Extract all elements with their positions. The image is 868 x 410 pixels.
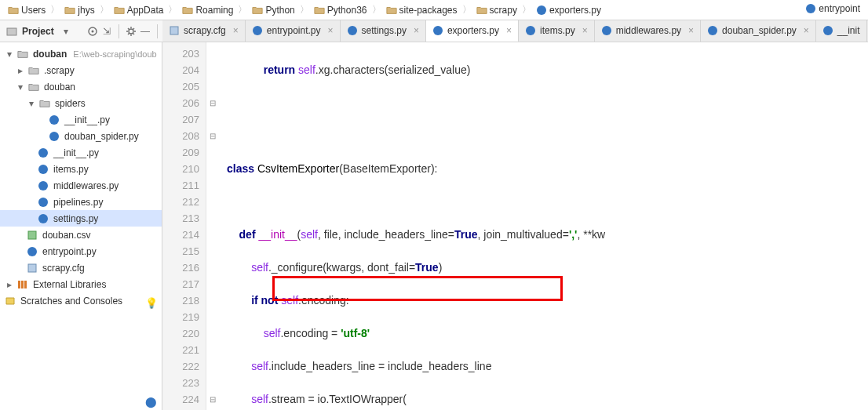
- fold-icon[interactable]: ⊟: [206, 391, 219, 408]
- tree-item-py[interactable]: pipelines.py: [0, 194, 162, 210]
- hide-icon[interactable]: —: [138, 24, 152, 38]
- project-toolbar: Project ▾ ⇲ — scrapy.cfg× entrypoint.py×…: [0, 20, 868, 42]
- svg-rect-25: [21, 281, 24, 288]
- line-number: 224⬤: [166, 391, 199, 408]
- line-number: 219: [166, 309, 199, 325]
- svg-rect-21: [28, 231, 36, 239]
- close-icon[interactable]: ×: [579, 25, 588, 36]
- tree-item-cfg[interactable]: scrapy.cfg: [0, 259, 162, 276]
- tree-root[interactable]: ▾doubanE:\web-scraping\doub: [0, 45, 162, 62]
- breadcrumb-item[interactable]: Roaming: [179, 3, 236, 17]
- separator: [119, 24, 119, 38]
- line-number: 211: [166, 177, 199, 194]
- fold-icon[interactable]: ⊟: [206, 128, 219, 144]
- svg-point-17: [38, 165, 48, 174]
- line-number: 222: [166, 358, 199, 375]
- tree-item-py[interactable]: __init__.py: [0, 111, 162, 128]
- collapse-icon[interactable]: ⇲: [100, 24, 114, 38]
- line-number: 209: [166, 144, 199, 161]
- gear-icon[interactable]: [124, 24, 138, 38]
- svg-rect-6: [170, 27, 178, 34]
- breadcrumb-item[interactable]: AppData: [111, 3, 167, 17]
- tree-item-py[interactable]: __init__.py: [0, 144, 162, 161]
- svg-point-4: [92, 30, 94, 32]
- close-icon[interactable]: ×: [801, 25, 809, 36]
- tree-item-douban-dir[interactable]: ▾douban: [0, 78, 162, 95]
- svg-point-13: [823, 26, 833, 35]
- tree-external-libraries[interactable]: ▸External Libraries: [0, 276, 162, 292]
- lightbulb-icon[interactable]: 💡: [145, 295, 156, 306]
- line-number: 212: [166, 194, 199, 210]
- project-tree[interactable]: ▾doubanE:\web-scraping\doub ▸.scrapy ▾do…: [0, 42, 162, 410]
- chevron-right-icon: 〉: [236, 3, 249, 16]
- breadcrumb-item[interactable]: Python: [249, 3, 297, 17]
- breadcrumb-item[interactable]: jhys: [61, 3, 97, 17]
- tree-item-settings[interactable]: settings.py: [0, 210, 162, 227]
- close-icon[interactable]: ×: [410, 25, 419, 36]
- line-number: 206: [166, 95, 199, 111]
- tab-middlewares[interactable]: middlewares.py×: [595, 20, 701, 42]
- chevron-right-icon: 〉: [370, 3, 383, 16]
- breadcrumb-item[interactable]: Python36: [311, 3, 370, 17]
- svg-rect-23: [28, 264, 36, 272]
- line-number: 215: [166, 243, 199, 259]
- highlight-box: [272, 276, 563, 301]
- project-icon[interactable]: [5, 24, 19, 38]
- chevron-down-icon[interactable]: ▾: [16, 82, 25, 92]
- line-number: 208: [166, 128, 199, 144]
- svg-point-7: [253, 26, 262, 35]
- fold-icon[interactable]: ⊟: [206, 95, 219, 111]
- svg-point-18: [38, 181, 48, 190]
- tab-init[interactable]: __init: [816, 20, 867, 42]
- close-icon[interactable]: ×: [503, 25, 512, 36]
- svg-rect-24: [18, 281, 20, 288]
- svg-point-16: [38, 148, 48, 158]
- chevron-right-icon[interactable]: ▸: [5, 280, 14, 289]
- aim-icon[interactable]: [86, 24, 100, 38]
- tab-douban-spider[interactable]: douban_spider.py×: [701, 20, 816, 42]
- line-number: 203: [166, 45, 199, 62]
- svg-rect-2: [7, 28, 16, 35]
- tab-settings[interactable]: settings.py×: [341, 20, 426, 42]
- tree-item-spiders-dir[interactable]: ▾spiders: [0, 95, 162, 111]
- chevron-down-icon[interactable]: ▾: [5, 49, 14, 59]
- svg-rect-26: [24, 281, 27, 288]
- tree-item-py[interactable]: entrypoint.py: [0, 243, 162, 259]
- breadcrumb-item[interactable]: scrapy: [473, 3, 520, 17]
- chevron-down-icon[interactable]: ▾: [27, 99, 36, 108]
- tab-scrapy-cfg[interactable]: scrapy.cfg×: [162, 20, 246, 42]
- tab-items[interactable]: items.py×: [519, 20, 595, 42]
- tree-item-py[interactable]: middlewares.py: [0, 177, 162, 194]
- tree-scratches[interactable]: Scratches and Consoles: [0, 292, 162, 309]
- svg-point-9: [433, 26, 443, 35]
- svg-point-10: [526, 26, 535, 35]
- fold-strip: ⊟ ⊟ ⊟: [206, 42, 219, 410]
- code-editor[interactable]: 203 204 205 206 207 208 209 210 211 212 …: [162, 42, 868, 410]
- close-icon[interactable]: ×: [230, 25, 239, 36]
- chevron-right-icon: 〉: [520, 3, 533, 16]
- svg-point-12: [708, 26, 717, 35]
- right-tab[interactable]: entrypoint: [802, 2, 863, 16]
- code-area[interactable]: return self.xg.characters(serialized_val…: [219, 42, 868, 410]
- tab-entrypoint[interactable]: entrypoint.py×: [246, 20, 341, 42]
- close-icon[interactable]: ×: [685, 25, 694, 36]
- close-icon[interactable]: ×: [325, 25, 334, 36]
- breadcrumb-file[interactable]: exporters.py: [533, 3, 604, 17]
- line-number: 217: [166, 276, 199, 292]
- chevron-down-icon[interactable]: ▾: [59, 24, 73, 38]
- tree-item-py[interactable]: douban_spider.py: [0, 128, 162, 144]
- chevron-right-icon: 〉: [298, 3, 311, 16]
- line-number: 223: [166, 375, 199, 391]
- tree-item-csv[interactable]: douban.csv: [0, 227, 162, 243]
- editor-tab-bar: scrapy.cfg× entrypoint.py× settings.py× …: [162, 20, 868, 42]
- tree-item-py[interactable]: items.py: [0, 161, 162, 177]
- override-icon[interactable]: ⬤: [145, 394, 156, 405]
- project-label[interactable]: Project: [19, 26, 59, 37]
- breadcrumb-item[interactable]: site-packages: [383, 3, 461, 17]
- line-number: 213: [166, 210, 199, 227]
- breadcrumb-item[interactable]: Users: [5, 3, 49, 17]
- tree-item-scrapy-dir[interactable]: ▸.scrapy: [0, 62, 162, 78]
- tab-exporters[interactable]: exporters.py×: [426, 20, 519, 42]
- svg-point-8: [348, 26, 357, 35]
- chevron-right-icon[interactable]: ▸: [16, 66, 25, 75]
